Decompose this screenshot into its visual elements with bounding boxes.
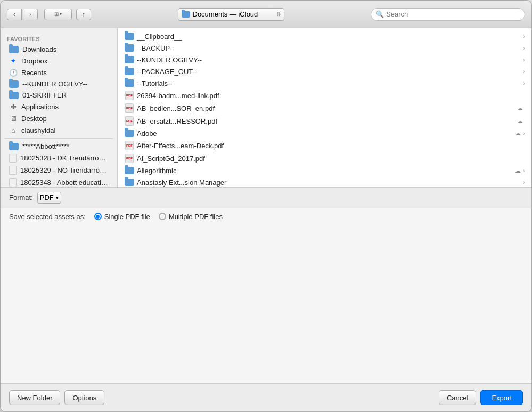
sidebar-item-label: 01-SKRIFTER	[22, 91, 67, 99]
sidebar-item-file2[interactable]: 18025329 - NO Trendarrow PPT	[3, 164, 115, 176]
folder-icon	[9, 80, 19, 88]
pdf-icon: PDF	[125, 103, 134, 113]
search-box[interactable]: 🔍	[371, 8, 525, 21]
file-name: --KUNDER OGILVY--	[135, 56, 523, 64]
list-item[interactable]: Adobe ☁ ›	[118, 127, 531, 139]
file-name: AB_bedien...SOR_en.pdf	[135, 104, 517, 112]
export-button[interactable]: Export	[480, 390, 523, 405]
save-options-bar: Save selected assets as: Single PDF file…	[1, 208, 531, 225]
list-item[interactable]: --PACKAGE_OUT-- ›	[118, 66, 531, 77]
list-item[interactable]: PDF AB_bedien...SOR_en.pdf ☁	[118, 102, 531, 115]
cloud-icon: ☁	[517, 105, 523, 112]
left-buttons: New Folder Options	[9, 390, 104, 405]
folder-icon	[9, 143, 19, 150]
cloud-icon: ☁	[515, 130, 521, 137]
search-icon: 🔍	[375, 10, 384, 18]
location-dropdown[interactable]: Documents — iCloud ⇅	[178, 8, 284, 21]
share-icon: ↑	[82, 10, 86, 19]
sidebar-item-label: Desktop	[21, 115, 47, 123]
folder-icon	[125, 56, 134, 63]
location-folder-icon	[182, 11, 190, 18]
toolbar: ‹ › ⊞ ▾ ↑ Documents — iCloud ⇅ 🔍	[1, 1, 531, 28]
cloud-icon: ☁	[517, 118, 523, 125]
file-icon	[9, 178, 17, 187]
sidebar-item-abbott[interactable]: *****Abbott*****	[3, 141, 115, 152]
list-item[interactable]: --Tutorials-- ›	[118, 77, 531, 89]
sidebar-item-downloads[interactable]: Downloads	[3, 44, 115, 55]
cancel-button[interactable]: Cancel	[439, 390, 476, 405]
back-button[interactable]: ‹	[7, 9, 22, 20]
format-bar: Format: PDF ▾	[1, 187, 531, 208]
cloud-icon: ☁	[515, 167, 521, 174]
folder-icon	[125, 33, 134, 40]
list-item[interactable]: PDF AI_ScriptGd_2017.pdf	[118, 152, 531, 165]
chevron-right-icon: ›	[523, 33, 525, 39]
folder-icon	[125, 179, 134, 186]
list-item[interactable]: Allegorithmic ☁ ›	[118, 165, 531, 176]
pdf-icon: PDF	[125, 116, 134, 126]
folder-icon	[9, 46, 19, 53]
radio-multiple-pdf[interactable]: Multiple PDF files	[159, 213, 223, 221]
file-name: Adobe	[135, 130, 515, 138]
list-item[interactable]: PDF AB_ersatzt...RESSOR.pdf ☁	[118, 115, 531, 127]
chevron-right-icon: ›	[523, 167, 525, 174]
list-item[interactable]: PDF After-Effects...eam-Deck.pdf	[118, 139, 531, 152]
list-item[interactable]: --BACKUP-- ›	[118, 42, 531, 54]
chevron-right-icon: ›	[523, 45, 525, 51]
file-icon	[9, 166, 17, 175]
file-name: After-Effects...eam-Deck.pdf	[135, 142, 525, 150]
share-button[interactable]: ↑	[76, 9, 91, 20]
sidebar-item-claushyldal[interactable]: ⌂ claushyldal	[3, 124, 115, 136]
chevron-updown-icon: ⇅	[276, 11, 281, 17]
sidebar-item-desktop[interactable]: 🖥 Desktop	[3, 112, 115, 124]
pdf-icon: PDF	[125, 154, 134, 163]
sidebar-item-dropbox[interactable]: ✦ Dropbox	[3, 55, 115, 67]
sidebar-item-file3[interactable]: 18025348 - Abbott educational booklet to…	[3, 176, 115, 187]
sidebar-item-applications[interactable]: ✤ Applications	[3, 101, 115, 112]
format-select[interactable]: PDF ▾	[37, 192, 61, 204]
sidebar-item-kunder[interactable]: --KUNDER OGILVY--	[3, 78, 115, 90]
radio-label-single: Single PDF file	[104, 213, 150, 221]
radio-button-multiple[interactable]	[159, 213, 166, 220]
folder-icon	[125, 167, 134, 174]
sidebar-divider	[5, 138, 113, 139]
list-item[interactable]: __Clipboard__ ›	[118, 30, 531, 42]
forward-button[interactable]: ›	[23, 9, 38, 20]
button-bar: New Folder Options Cancel Export	[1, 383, 531, 411]
chevron-right-icon: ›	[523, 130, 525, 136]
content-area: Favorites Downloads ✦ Dropbox 🕐 Recents …	[1, 28, 531, 187]
chevron-right-icon: ›	[523, 80, 525, 86]
save-options-label: Save selected assets as:	[9, 213, 86, 221]
list-item[interactable]: PDF 26394-badm...med-link.pdf	[118, 89, 531, 102]
new-folder-button[interactable]: New Folder	[9, 390, 60, 405]
sidebar-item-skrifter[interactable]: 01-SKRIFTER	[3, 90, 115, 101]
right-buttons: Cancel Export	[439, 390, 523, 405]
folder-icon	[125, 68, 134, 75]
radio-single-pdf[interactable]: Single PDF file	[94, 213, 150, 221]
file-name: __Clipboard__	[135, 33, 523, 41]
folder-icon	[125, 44, 134, 52]
file-name: AB_ersatzt...RESSOR.pdf	[135, 117, 517, 125]
view-mode-button[interactable]: ⊞ ▾	[44, 9, 72, 20]
search-input[interactable]	[386, 10, 520, 18]
sidebar-item-label: Applications	[21, 103, 59, 111]
chevron-down-icon: ▾	[56, 195, 59, 200]
sidebar-item-recents[interactable]: 🕐 Recents	[3, 67, 115, 78]
sidebar-item-label: Downloads	[22, 45, 56, 53]
sidebar-item-label: 18025348 - Abbott educational booklet to…	[20, 179, 109, 187]
chevron-down-icon: ▾	[60, 12, 62, 17]
options-button[interactable]: Options	[64, 390, 104, 405]
chevron-right-icon: ›	[523, 56, 525, 63]
pdf-icon: PDF	[125, 91, 134, 100]
file-icon	[9, 154, 17, 163]
dropbox-icon: ✦	[9, 56, 18, 65]
file-name: --Tutorials--	[135, 79, 523, 87]
home-icon: ⌂	[9, 126, 18, 134]
sidebar-item-label: claushyldal	[21, 126, 55, 134]
radio-button-single[interactable]	[94, 213, 102, 220]
list-item[interactable]: Anastasiy Ext...sion Manager ›	[118, 176, 531, 187]
sidebar-item-file1[interactable]: 18025328 - DK Trendarrow PPT	[3, 152, 115, 164]
recents-icon: 🕐	[9, 68, 18, 77]
list-item[interactable]: --KUNDER OGILVY-- ›	[118, 54, 531, 66]
file-name: Allegorithmic	[135, 167, 515, 175]
